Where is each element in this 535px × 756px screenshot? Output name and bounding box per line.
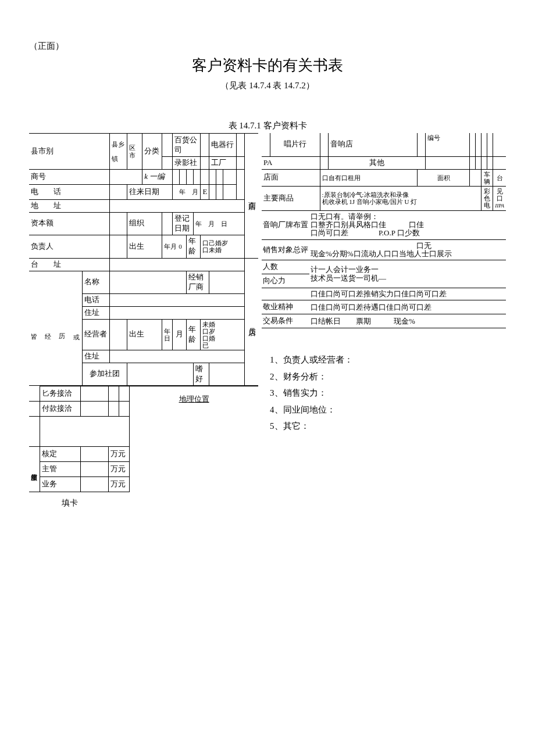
- blank[interactable]: [162, 157, 173, 170]
- blank[interactable]: [476, 156, 482, 169]
- blank[interactable]: [81, 476, 109, 492]
- blank[interactable]: [487, 156, 493, 169]
- blank[interactable]: [223, 185, 237, 200]
- blank[interactable]: [180, 170, 187, 185]
- electrical: 电器行: [209, 134, 237, 157]
- blank[interactable]: [81, 401, 109, 416]
- blank: [29, 386, 40, 401]
- blank[interactable]: [119, 401, 130, 416]
- blank[interactable]: [470, 133, 476, 156]
- blank[interactable]: [320, 156, 328, 169]
- blank[interactable]: [216, 185, 223, 200]
- phone-label: 电 话: [29, 185, 110, 200]
- dedication-val[interactable]: 口佳口尚可口差待遇口佳口尚可口差: [309, 300, 506, 314]
- blank[interactable]: [487, 133, 493, 156]
- blank[interactable]: [81, 446, 109, 461]
- visit-date-label: 往来日期: [127, 185, 173, 200]
- blank[interactable]: [426, 156, 470, 169]
- pay-contact-label: 付款接洽: [40, 401, 81, 416]
- blank[interactable]: [173, 170, 180, 185]
- people-val[interactable]: 计一人会计一业务一 技术员一送货一司机—: [309, 260, 506, 288]
- res-label: 住址: [82, 306, 110, 319]
- tai-address-field[interactable]: [110, 258, 245, 271]
- blank[interactable]: [119, 386, 130, 401]
- blank[interactable]: [223, 170, 237, 185]
- dealer-field[interactable]: [209, 271, 245, 293]
- tai-address-label: 台 址: [29, 258, 110, 271]
- marital-field[interactable]: 口己婚岁口未婚: [201, 235, 245, 258]
- credit-side-label: 信用额度: [29, 446, 40, 492]
- blank[interactable]: [81, 386, 109, 401]
- fill-card-label: 填卡: [62, 498, 258, 508]
- phone2-field[interactable]: [110, 293, 245, 306]
- blank[interactable]: [110, 319, 127, 350]
- res2-field[interactable]: [110, 350, 245, 363]
- res-field[interactable]: [110, 306, 245, 319]
- marriage-block[interactable]: 未婚 口岁 口婚 已: [201, 319, 245, 350]
- blank[interactable]: [201, 157, 209, 170]
- blank: [29, 416, 40, 446]
- blank[interactable]: [110, 213, 127, 235]
- blank[interactable]: [162, 134, 173, 157]
- right-top-table: 唱片行 音响店 编号 PA 其他: [262, 133, 506, 211]
- blank[interactable]: [493, 156, 506, 169]
- unit-tai: 台: [493, 169, 506, 186]
- blank[interactable]: [194, 170, 201, 185]
- dedication-label: 敬业精神: [262, 300, 309, 314]
- blank[interactable]: [476, 133, 482, 156]
- front-label: （正面）: [29, 41, 506, 52]
- blank[interactable]: [320, 133, 328, 156]
- address-field[interactable]: [110, 200, 245, 213]
- form-body: 县市别 县乡镇 区市 分类 百货公司 电器行 店面 录影社 工厂 商号: [29, 133, 506, 508]
- left-panel: 县市别 县乡镇 区市 分类 百货公司 电器行 店面 录影社 工厂 商号: [29, 133, 258, 508]
- blank[interactable]: [482, 156, 487, 169]
- blank[interactable]: [110, 170, 142, 185]
- store-side: 店面: [245, 134, 258, 259]
- blank[interactable]: [110, 185, 127, 200]
- blank[interactable]: [109, 386, 119, 401]
- centripetal-val[interactable]: 口佳口尚可口差推销实力口佳口尚可口差: [309, 288, 506, 300]
- blank[interactable]: [209, 170, 216, 185]
- people-label: 人数: [262, 260, 309, 274]
- blank[interactable]: [201, 134, 209, 157]
- note-5: 5、其它：: [270, 418, 506, 435]
- blank[interactable]: [209, 185, 216, 200]
- blank[interactable]: [109, 401, 119, 416]
- blank[interactable]: [237, 157, 245, 170]
- blank[interactable]: [482, 133, 487, 156]
- register-date-field[interactable]: 年 月 日: [194, 213, 245, 235]
- geo-label: 地理位置: [130, 386, 258, 492]
- blank[interactable]: [470, 156, 476, 169]
- blank[interactable]: [493, 133, 506, 156]
- trade-terms-val[interactable]: 口结帐日 票期 现金%: [309, 314, 506, 328]
- blank[interactable]: [81, 461, 109, 476]
- storefront-label: 店面: [262, 169, 320, 186]
- area-field[interactable]: [470, 169, 482, 186]
- page-subtitle: （见表 14.7.4 表 14.7.2）: [29, 80, 506, 91]
- club-field[interactable]: [127, 363, 194, 385]
- note-4: 4、同业间地位：: [270, 402, 506, 418]
- hobby-field[interactable]: [209, 363, 245, 385]
- hobby-label: 嗜好: [194, 363, 209, 385]
- note-2: 2、财务分析：: [270, 368, 506, 385]
- centripetal-sep: [262, 288, 309, 300]
- blank[interactable]: [216, 170, 223, 185]
- blank[interactable]: [418, 133, 426, 156]
- register-date-label: 登记日期: [173, 213, 194, 235]
- blank[interactable]: [162, 213, 173, 235]
- brand-layout-val[interactable]: 口无口有。请举例：口整齐口别具风格口佳 口佳口尚可口差 P.O.P 口少数: [309, 211, 506, 239]
- org-label: 组织: [127, 213, 162, 235]
- blank[interactable]: [201, 170, 209, 185]
- birth-field[interactable]: 年月 0: [162, 235, 187, 258]
- sales-eval-val[interactable]: 口无现金%分期%口流动人口口当地人士口展示: [309, 239, 506, 260]
- blank[interactable]: [262, 133, 270, 156]
- name-field[interactable]: [110, 271, 187, 293]
- county-city-label: 县市别: [29, 134, 110, 170]
- k-code: k 一编: [142, 170, 173, 185]
- blank[interactable]: [40, 416, 130, 446]
- blank[interactable]: [237, 134, 245, 157]
- own-rent[interactable]: 口自有口租用: [320, 169, 418, 186]
- blank[interactable]: [187, 170, 194, 185]
- blank[interactable]: [110, 235, 127, 258]
- pa-label: PA: [262, 156, 320, 169]
